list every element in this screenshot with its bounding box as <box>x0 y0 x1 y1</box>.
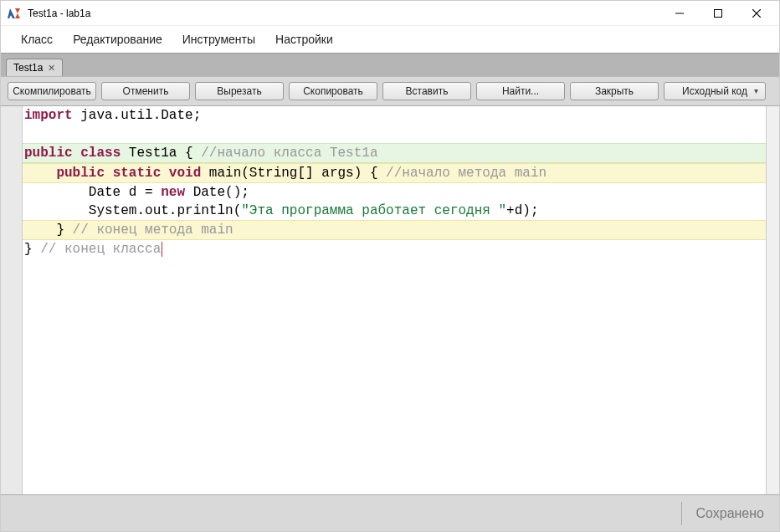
source-view-dropdown[interactable]: Исходный код <box>664 82 766 100</box>
tab-label: Test1a <box>13 62 43 74</box>
cut-button[interactable]: Вырезать <box>195 82 284 100</box>
toolbar: Скомпилировать Отменить Вырезать Скопиро… <box>1 76 779 106</box>
menu-settings[interactable]: Настройки <box>275 33 333 46</box>
editor-area: import java.util.Date; public class Test… <box>1 106 779 494</box>
code-token: void <box>169 166 201 181</box>
status-divider <box>681 502 682 525</box>
menubar: Класс Редактирование Инструменты Настрой… <box>1 26 779 53</box>
tabbar: Test1a ✕ <box>1 53 779 76</box>
copy-button[interactable]: Скопировать <box>289 82 377 100</box>
code-token: Date d = <box>89 185 161 200</box>
code-token: { <box>177 146 201 161</box>
code-indent <box>24 203 89 218</box>
code-comment: //начало класса Test1a <box>201 146 377 161</box>
code-token: System.out.println( <box>89 203 241 218</box>
code-token: } <box>56 223 72 238</box>
minimize-icon <box>675 9 684 18</box>
code-editor[interactable]: import java.util.Date; public class Test… <box>23 106 766 494</box>
code-indent <box>24 166 56 181</box>
code-comment: // конец метода main <box>73 223 233 238</box>
code-comment: //начало метода main <box>386 166 547 181</box>
minimize-button[interactable] <box>660 1 699 26</box>
code-token: Date(); <box>185 185 249 200</box>
maximize-icon <box>714 9 722 18</box>
tab-close-icon[interactable]: ✕ <box>48 63 55 74</box>
code-token: static <box>113 166 162 181</box>
code-indent <box>24 223 56 238</box>
menu-edit[interactable]: Редактирование <box>73 33 162 46</box>
code-token: Test1a <box>129 146 177 161</box>
menu-tools[interactable]: Инструменты <box>182 33 255 46</box>
code-token: } <box>24 242 40 257</box>
status-saved: Сохранено <box>695 506 764 521</box>
statusbar: Сохранено <box>1 494 779 531</box>
code-string: "Эта программа работает сегодня " <box>241 203 506 218</box>
svg-rect-1 <box>715 9 722 17</box>
window-controls <box>660 1 776 26</box>
code-comment: // конец класса <box>40 242 161 257</box>
text-cursor <box>162 242 162 257</box>
tab-test1a[interactable]: Test1a ✕ <box>6 59 63 76</box>
app-icon <box>8 7 21 20</box>
close-button[interactable]: Закрыть <box>570 82 659 100</box>
undo-button[interactable]: Отменить <box>101 82 190 100</box>
paste-button[interactable]: Вставить <box>382 82 471 100</box>
line-gutter <box>1 106 23 494</box>
code-token: +d); <box>506 203 538 218</box>
close-window-button[interactable] <box>737 1 776 26</box>
vertical-scrollbar[interactable] <box>766 106 779 494</box>
code-token: public <box>56 166 105 181</box>
code-token: public <box>24 146 73 161</box>
code-token: import <box>24 108 73 123</box>
code-token: main(String[] args) { <box>201 166 386 181</box>
compile-button[interactable]: Скомпилировать <box>8 82 96 100</box>
close-icon <box>752 9 761 18</box>
find-button[interactable]: Найти... <box>476 82 565 100</box>
code-token: new <box>161 185 185 200</box>
titlebar: Test1a - lab1a <box>1 1 779 26</box>
code-token: class <box>80 146 121 161</box>
code-token: java.util.Date; <box>73 108 202 123</box>
maximize-button[interactable] <box>699 1 737 26</box>
menu-class[interactable]: Класс <box>21 33 53 46</box>
window-title: Test1a - lab1a <box>28 8 660 19</box>
code-indent <box>24 185 89 200</box>
